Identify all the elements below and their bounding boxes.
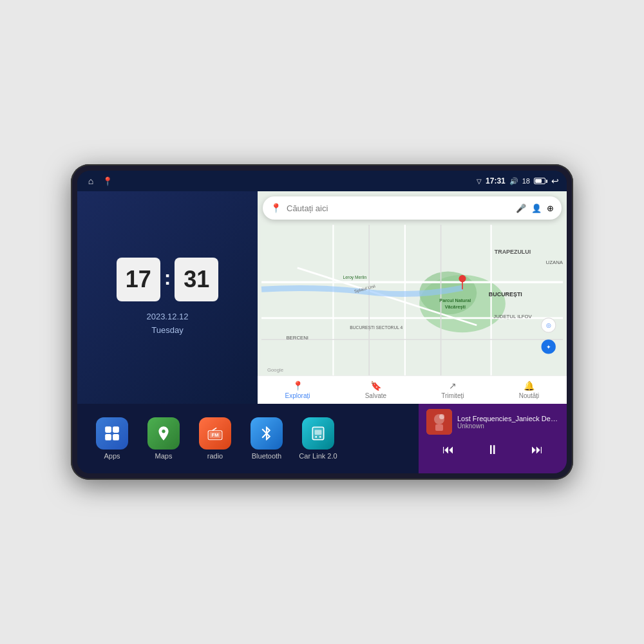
map-nav-saved[interactable]: 🔖 Salvate bbox=[365, 381, 386, 399]
status-left: ⌂ 📍 bbox=[85, 175, 113, 187]
svg-text:FM: FM bbox=[212, 432, 219, 438]
device-frame: ⌂ 📍 ▽ 17:31 🔊 18 ↩ bbox=[71, 164, 573, 480]
svg-text:Google: Google bbox=[267, 367, 283, 373]
music-controls: ⏮ ⏸ ⏭ bbox=[426, 440, 559, 460]
saved-label: Salvate bbox=[365, 392, 386, 399]
layers-icon[interactable]: ⊕ bbox=[547, 204, 554, 213]
app-icon-radio[interactable]: FM radio bbox=[191, 417, 240, 460]
prev-button[interactable]: ⏮ bbox=[437, 440, 459, 459]
volume-icon: 🔊 bbox=[509, 177, 518, 185]
carlink-icon bbox=[302, 417, 334, 450]
svg-text:✦: ✦ bbox=[546, 344, 551, 350]
music-thumbnail bbox=[426, 409, 452, 435]
bluetooth-icon bbox=[251, 417, 283, 450]
svg-text:BUCUREȘTI SECTORUL 4: BUCUREȘTI SECTORUL 4 bbox=[350, 325, 402, 330]
svg-text:UZANA: UZANA bbox=[546, 260, 564, 265]
svg-rect-32 bbox=[113, 434, 119, 440]
battery-level: 18 bbox=[522, 177, 530, 185]
radio-label: radio bbox=[207, 452, 223, 460]
svg-text:BUCUREȘTI: BUCUREȘTI bbox=[489, 291, 522, 298]
music-player: Lost Frequencies_Janieck Devy-... Unknow… bbox=[419, 404, 567, 473]
apps-label: Apps bbox=[104, 452, 120, 460]
signal-icon: ▽ bbox=[477, 178, 482, 185]
svg-text:TRAPEZULUI: TRAPEZULUI bbox=[495, 249, 531, 255]
clock-colon: : bbox=[164, 266, 171, 290]
app-icon-apps[interactable]: Apps bbox=[88, 417, 137, 460]
clock-display: 17 : 31 bbox=[117, 258, 219, 301]
maps-label: Maps bbox=[155, 452, 173, 460]
music-title: Lost Frequencies_Janieck Devy-... bbox=[457, 415, 559, 422]
device-screen: ⌂ 📍 ▽ 17:31 🔊 18 ↩ bbox=[77, 171, 567, 473]
mic-icon[interactable]: 🎤 bbox=[516, 204, 526, 213]
svg-line-36 bbox=[213, 428, 217, 430]
svg-text:◎: ◎ bbox=[546, 322, 551, 328]
explore-icon: 📍 bbox=[292, 381, 303, 391]
explore-label: Explorați bbox=[285, 392, 310, 399]
bottom-section: Apps Maps bbox=[77, 404, 567, 473]
news-icon: 🔔 bbox=[524, 381, 535, 391]
maps-nav-icon[interactable]: 📍 bbox=[102, 175, 113, 187]
status-bar: ⌂ 📍 ▽ 17:31 🔊 18 ↩ bbox=[77, 171, 567, 191]
radio-icon: FM bbox=[199, 417, 231, 450]
send-icon: ↗ bbox=[449, 381, 457, 391]
map-search-placeholder[interactable]: Căutați aici bbox=[287, 204, 511, 213]
svg-rect-30 bbox=[113, 426, 119, 433]
svg-point-39 bbox=[315, 436, 317, 438]
map-nav-explore[interactable]: 📍 Explorați bbox=[285, 381, 310, 399]
clock-minutes: 31 bbox=[175, 258, 218, 301]
app-icon-bluetooth[interactable]: Bluetooth bbox=[242, 417, 291, 460]
home-icon[interactable]: ⌂ bbox=[85, 175, 97, 187]
carlink-label: Car Link 2.0 bbox=[299, 452, 337, 460]
svg-rect-0 bbox=[261, 225, 563, 375]
send-label: Trimiteți bbox=[441, 392, 464, 399]
back-icon[interactable]: ↩ bbox=[551, 176, 559, 186]
map-pin-icon: 📍 bbox=[270, 203, 281, 213]
svg-rect-44 bbox=[435, 424, 443, 431]
play-pause-button[interactable]: ⏸ bbox=[481, 440, 504, 460]
svg-text:Văcărești: Văcărești bbox=[445, 304, 466, 310]
clock-hours: 17 bbox=[117, 258, 160, 301]
map-canvas: TRAPEZULUI BUCUREȘTI JUDEȚUL ILFOV BERCE… bbox=[258, 225, 567, 375]
news-label: Noutăți bbox=[519, 392, 540, 399]
bluetooth-label: Bluetooth bbox=[252, 452, 281, 460]
map-nav-bar: 📍 Explorați 🔖 Salvate ↗ Trimiteți 🔔 bbox=[258, 375, 567, 404]
map-nav-send[interactable]: ↗ Trimiteți bbox=[441, 381, 464, 399]
top-section: 17 : 31 2023.12.12 Tuesday 📍 Căutați aic… bbox=[77, 191, 567, 404]
svg-rect-38 bbox=[315, 430, 322, 435]
map-widget[interactable]: 📍 Căutați aici 🎤 👤 ⊕ bbox=[258, 191, 567, 404]
saved-icon: 🔖 bbox=[370, 381, 381, 391]
account-icon[interactable]: 👤 bbox=[531, 204, 542, 213]
app-icon-maps[interactable]: Maps bbox=[139, 417, 188, 460]
battery-icon bbox=[534, 178, 547, 184]
date-value: 2023.12.12 bbox=[146, 310, 188, 324]
map-search-actions: 🎤 👤 ⊕ bbox=[516, 204, 554, 213]
music-info: Lost Frequencies_Janieck Devy-... Unknow… bbox=[426, 409, 559, 435]
maps-icon bbox=[147, 417, 180, 450]
svg-text:Leroy Merlin: Leroy Merlin bbox=[343, 275, 366, 280]
music-meta: Lost Frequencies_Janieck Devy-... Unknow… bbox=[457, 415, 559, 430]
svg-rect-29 bbox=[105, 426, 111, 433]
apps-tray: Apps Maps bbox=[77, 404, 419, 473]
svg-text:JUDEȚUL ILFOV: JUDEȚUL ILFOV bbox=[493, 314, 532, 319]
music-artist: Unknown bbox=[457, 422, 559, 430]
next-button[interactable]: ⏭ bbox=[526, 440, 548, 459]
date-display: 2023.12.12 Tuesday bbox=[146, 310, 188, 337]
svg-text:BERCENI: BERCENI bbox=[286, 335, 308, 341]
svg-text:Parcul Natural: Parcul Natural bbox=[439, 298, 471, 303]
clock-widget: 17 : 31 2023.12.12 Tuesday bbox=[77, 191, 258, 404]
main-content: 17 : 31 2023.12.12 Tuesday 📍 Căutați aic… bbox=[77, 191, 567, 473]
map-search-bar[interactable]: 📍 Căutați aici 🎤 👤 ⊕ bbox=[263, 196, 562, 220]
svg-rect-31 bbox=[105, 434, 111, 440]
app-icon-carlink[interactable]: Car Link 2.0 bbox=[294, 417, 343, 460]
apps-icon bbox=[96, 417, 128, 450]
time-display: 17:31 bbox=[486, 176, 506, 185]
map-nav-news[interactable]: 🔔 Noutăți bbox=[519, 381, 540, 399]
svg-point-43 bbox=[439, 414, 444, 419]
svg-point-40 bbox=[319, 436, 321, 438]
day-value: Tuesday bbox=[146, 324, 188, 337]
status-right: ▽ 17:31 🔊 18 ↩ bbox=[477, 176, 559, 186]
